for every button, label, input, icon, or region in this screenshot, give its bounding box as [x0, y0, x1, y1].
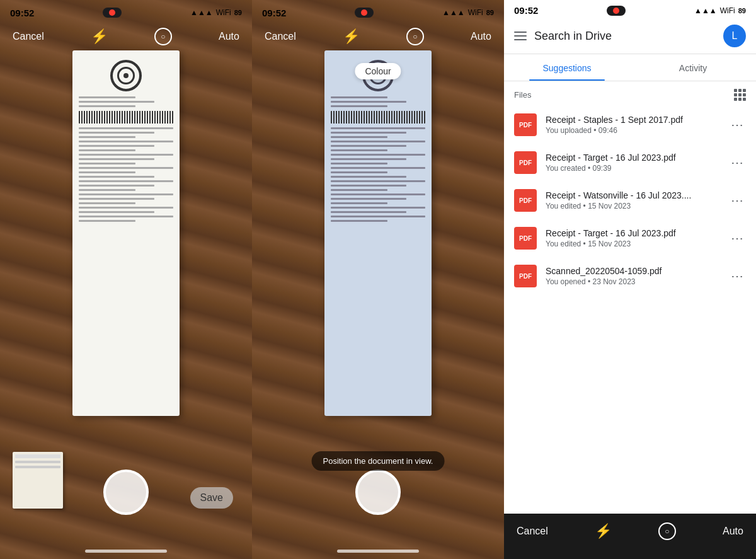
more-options-button[interactable]: ⋯ — [728, 266, 746, 286]
receipt-image-2 — [324, 50, 432, 416]
auto-label-2[interactable]: Auto — [471, 31, 491, 42]
file-meta: You edited • 15 Nov 2023 — [546, 202, 719, 210]
drive-search-bar: Search in Drive L — [504, 18, 756, 54]
file-item[interactable]: PDF Scanned_20220504-1059.pdf You opened… — [504, 257, 756, 295]
bottom-auto-label[interactable]: Auto — [723, 526, 743, 537]
receipt-logo-1 — [110, 60, 142, 91]
file-meta: You uploaded • 09:46 — [546, 126, 719, 135]
file-item[interactable]: PDF Receipt - Target - 16 Jul 2023.pdf Y… — [504, 144, 756, 182]
receipt-image-1 — [72, 50, 180, 416]
camera-mode-icon-2[interactable]: ○ — [406, 28, 424, 45]
more-options-button[interactable]: ⋯ — [728, 153, 746, 173]
file-info: Receipt - Staples - 1 Sept 2017.pdf You … — [546, 115, 719, 135]
recording-dot-2 — [361, 9, 367, 16]
mode-symbol-1: ○ — [161, 32, 165, 41]
more-options-button[interactable]: ⋯ — [728, 115, 746, 135]
recording-pill-2 — [355, 8, 374, 18]
home-bar-2 — [337, 550, 419, 553]
status-icons-1: ▲▲▲ WiFi 89 — [190, 8, 242, 17]
position-hint: Position the document in view. — [312, 451, 445, 471]
pdf-icon: PDF — [514, 151, 537, 174]
receipt-lines-1 — [79, 96, 173, 224]
receipt-logo-inner-1 — [117, 67, 135, 84]
wifi-icon-1: WiFi — [216, 8, 231, 17]
tab-activity[interactable]: Activity — [630, 54, 756, 81]
recording-dot-1 — [109, 9, 115, 16]
file-name: Scanned_20220504-1059.pdf — [546, 266, 719, 276]
file-name: Receipt - Target - 16 Jul 2023.pdf — [546, 153, 719, 163]
signal-icon-1: ▲▲▲ — [190, 8, 213, 17]
tab-suggestions-label: Suggestions — [542, 63, 591, 73]
file-item[interactable]: PDF Receipt - Staples - 1 Sept 2017.pdf … — [504, 106, 756, 144]
cancel-button-2[interactable]: Cancel — [265, 31, 296, 42]
file-meta: You edited • 15 Nov 2023 — [546, 239, 719, 248]
file-meta: You created • 09:39 — [546, 164, 719, 173]
file-info: Receipt - Target - 16 Jul 2023.pdf You e… — [546, 228, 719, 248]
bottom-flash-icon[interactable]: ⚡ — [595, 523, 612, 539]
more-options-button[interactable]: ⋯ — [728, 190, 746, 210]
pdf-icon: PDF — [514, 113, 537, 136]
drive-wifi-icon: WiFi — [720, 6, 735, 15]
camera-controls-1: Cancel ⚡ ○ Auto — [0, 23, 252, 50]
file-item[interactable]: PDF Receipt - Target - 16 Jul 2023.pdf Y… — [504, 219, 756, 257]
bottom-camera-bar: Cancel ⚡ ○ Auto — [504, 514, 756, 559]
shutter-button-1[interactable] — [103, 470, 149, 515]
drive-recording-dot — [613, 8, 619, 14]
hamburger-menu-icon[interactable] — [514, 32, 527, 40]
search-text[interactable]: Search in Drive — [534, 30, 716, 43]
drive-status-icons: ▲▲▲ WiFi 89 — [694, 6, 746, 15]
bottom-cancel-button[interactable]: Cancel — [517, 526, 548, 537]
pdf-icon: PDF — [514, 265, 537, 287]
mode-symbol-2: ○ — [413, 32, 417, 41]
battery-2: 89 — [486, 9, 494, 16]
drive-status-time: 09:52 — [514, 5, 538, 16]
files-section-label: Files — [514, 90, 531, 100]
file-name: Receipt - Staples - 1 Sept 2017.pdf — [546, 115, 719, 125]
panel-2: 09:52 ▲▲▲ WiFi 89 Cancel ⚡ ○ Auto Colour — [252, 0, 504, 559]
tab-activity-label: Activity — [679, 63, 707, 73]
file-list: PDF Receipt - Staples - 1 Sept 2017.pdf … — [504, 106, 756, 514]
user-avatar[interactable]: L — [723, 25, 746, 47]
drive-tabs: Suggestions Activity — [504, 54, 756, 81]
drive-signal-icon: ▲▲▲ — [694, 6, 717, 15]
file-info: Scanned_20220504-1059.pdf You opened • 2… — [546, 266, 719, 286]
auto-label-1[interactable]: Auto — [219, 31, 239, 42]
recording-pill-1 — [103, 8, 122, 18]
file-meta: You opened • 23 Nov 2023 — [546, 277, 719, 286]
status-time-1: 09:52 — [10, 8, 34, 18]
battery-1: 89 — [234, 9, 242, 16]
wifi-icon-2: WiFi — [468, 8, 483, 17]
drive-recording-pill — [607, 6, 626, 16]
shutter-container-2 — [252, 470, 504, 515]
flash-icon-1[interactable]: ⚡ — [91, 28, 108, 45]
file-name: Receipt - Target - 16 Jul 2023.pdf — [546, 228, 719, 238]
save-button-1[interactable]: Save — [190, 487, 233, 509]
panel-1: 09:52 ▲▲▲ WiFi 89 Cancel ⚡ ○ Auto — [0, 0, 252, 559]
cancel-button-1[interactable]: Cancel — [13, 31, 44, 42]
bottom-mode-icon[interactable]: ○ — [658, 522, 676, 540]
more-options-button[interactable]: ⋯ — [728, 228, 746, 248]
status-bar-2: 09:52 ▲▲▲ WiFi 89 — [252, 0, 504, 23]
receipt-lines-2 — [331, 96, 425, 224]
flash-icon-2[interactable]: ⚡ — [343, 28, 360, 45]
file-info: Receipt - Watsonville - 16 Jul 2023.... … — [546, 190, 719, 210]
camera-mode-icon-1[interactable]: ○ — [154, 28, 172, 45]
pdf-icon: PDF — [514, 227, 537, 250]
colour-badge: Colour — [355, 63, 401, 79]
pdf-icon: PDF — [514, 189, 537, 212]
shutter-button-2[interactable] — [355, 470, 401, 515]
tab-suggestions[interactable]: Suggestions — [504, 54, 630, 81]
file-item[interactable]: PDF Receipt - Watsonville - 16 Jul 2023.… — [504, 182, 756, 219]
status-icons-2: ▲▲▲ WiFi 89 — [442, 8, 494, 17]
receipt-logo-dot-1 — [123, 73, 129, 78]
status-bar-1: 09:52 ▲▲▲ WiFi 89 — [0, 0, 252, 23]
panel-3-drive: 09:52 ▲▲▲ WiFi 89 Search in Drive L Sugg… — [504, 0, 756, 559]
status-time-2: 09:52 — [262, 8, 286, 18]
home-bar-1 — [85, 550, 167, 553]
signal-icon-2: ▲▲▲ — [442, 8, 465, 17]
file-name: Receipt - Watsonville - 16 Jul 2023.... — [546, 190, 719, 200]
grid-view-icon[interactable] — [734, 89, 746, 101]
files-header: Files — [504, 81, 756, 106]
drive-battery: 89 — [738, 7, 746, 14]
camera-controls-2: Cancel ⚡ ○ Auto — [252, 23, 504, 50]
